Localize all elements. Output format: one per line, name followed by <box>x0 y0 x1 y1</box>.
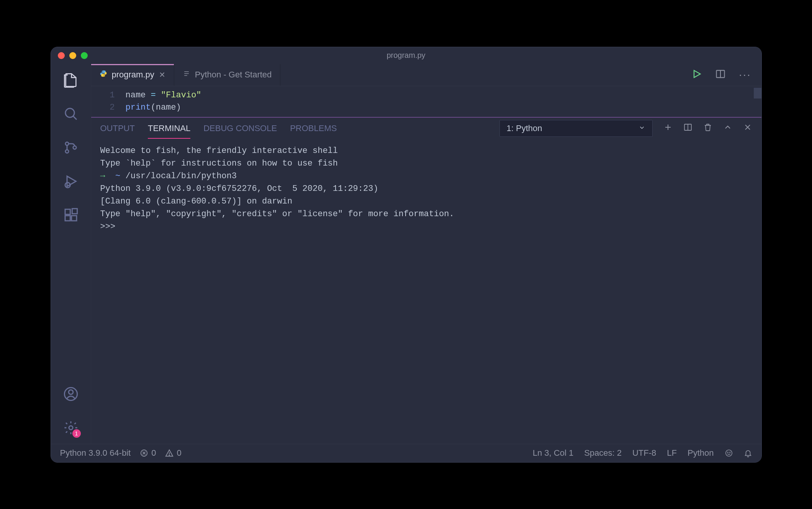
code-editor[interactable]: 1 2 name = "Flavio"print(name) <box>91 86 761 117</box>
svg-point-31 <box>730 452 730 452</box>
run-file-icon[interactable] <box>691 69 702 81</box>
line-number: 1 <box>91 89 115 102</box>
code-content: name = "Flavio"print(name) <box>126 89 761 114</box>
status-warnings[interactable]: 0 <box>165 448 181 458</box>
svg-point-0 <box>65 108 74 117</box>
run-debug-icon[interactable] <box>62 173 79 190</box>
svg-rect-8 <box>71 215 76 220</box>
minimize-window-button[interactable] <box>69 52 76 59</box>
more-actions-icon[interactable]: ··· <box>739 69 751 81</box>
chevron-down-icon <box>638 123 645 133</box>
status-errors[interactable]: 0 <box>140 448 156 458</box>
svg-rect-9 <box>72 209 77 213</box>
titlebar: program.py <box>51 47 761 64</box>
kill-terminal-icon[interactable] <box>703 123 712 134</box>
split-editor-icon[interactable] <box>715 69 726 81</box>
status-eol[interactable]: LF <box>667 448 677 458</box>
svg-point-12 <box>69 426 73 430</box>
extensions-icon[interactable] <box>62 207 79 223</box>
activity-bar: 1 <box>51 64 91 444</box>
accounts-icon[interactable] <box>62 386 79 402</box>
window-controls <box>58 52 88 59</box>
new-terminal-icon[interactable] <box>663 123 673 134</box>
svg-point-11 <box>69 390 73 394</box>
status-language[interactable]: Python <box>688 448 714 458</box>
panel-tabs: OUTPUT TERMINAL DEBUG CONSOLE PROBLEMS 1… <box>91 118 761 139</box>
notifications-icon[interactable] <box>744 449 752 457</box>
close-window-button[interactable] <box>58 52 65 59</box>
svg-point-2 <box>65 142 68 145</box>
tab-program-py[interactable]: program.py ✕ <box>91 64 174 86</box>
svg-point-28 <box>169 455 170 455</box>
search-icon[interactable] <box>62 105 79 122</box>
maximize-window-button[interactable] <box>81 52 88 59</box>
status-encoding[interactable]: UTF-8 <box>632 448 656 458</box>
tab-python-get-started[interactable]: Python - Get Started <box>174 64 281 86</box>
line-gutter: 1 2 <box>91 89 126 114</box>
feedback-icon[interactable] <box>725 449 733 457</box>
close-panel-icon[interactable] <box>743 123 752 134</box>
bottom-panel: OUTPUT TERMINAL DEBUG CONSOLE PROBLEMS 1… <box>91 117 761 444</box>
terminal-selector-label: 1: Python <box>507 123 542 133</box>
svg-point-30 <box>727 452 728 452</box>
list-icon <box>183 70 190 80</box>
editor-tabs: program.py ✕ Python - Get Started <box>91 64 761 86</box>
status-cursor[interactable]: Ln 3, Col 1 <box>533 448 573 458</box>
svg-point-3 <box>65 149 68 153</box>
vscode-window: program.py 1 <box>51 47 762 463</box>
maximize-panel-icon[interactable] <box>723 123 732 134</box>
svg-point-4 <box>73 146 76 149</box>
panel-tab-problems[interactable]: PROBLEMS <box>290 119 337 138</box>
python-file-icon <box>100 70 107 80</box>
svg-rect-6 <box>65 209 70 214</box>
panel-tab-debug-console[interactable]: DEBUG CONSOLE <box>203 119 277 138</box>
status-bar: Python 3.9.0 64-bit 0 0 Ln 3, Col 1 Spac… <box>51 444 761 462</box>
source-control-icon[interactable] <box>62 139 79 156</box>
tab-label: Python - Get Started <box>195 70 272 80</box>
editor-column: program.py ✕ Python - Get Started <box>91 64 761 444</box>
svg-rect-7 <box>65 215 70 220</box>
editor-actions: ··· <box>691 64 761 86</box>
window-title: program.py <box>386 51 425 60</box>
line-number: 2 <box>91 102 115 114</box>
minimap[interactable] <box>754 88 761 99</box>
split-terminal-icon[interactable] <box>683 123 692 134</box>
close-tab-icon[interactable]: ✕ <box>159 70 165 79</box>
settings-icon[interactable]: 1 <box>62 419 79 436</box>
status-spaces[interactable]: Spaces: 2 <box>584 448 622 458</box>
settings-badge: 1 <box>72 429 81 438</box>
terminal-output[interactable]: Welcome to fish, the friendly interactiv… <box>91 139 761 444</box>
svg-point-29 <box>725 450 732 456</box>
status-interpreter[interactable]: Python 3.9.0 64-bit <box>60 448 131 458</box>
svg-line-1 <box>73 116 76 119</box>
terminal-selector[interactable]: 1: Python <box>499 120 653 137</box>
explorer-icon[interactable] <box>62 72 79 89</box>
panel-tab-terminal[interactable]: TERMINAL <box>148 119 190 138</box>
tab-label: program.py <box>112 70 154 80</box>
panel-tab-output[interactable]: OUTPUT <box>100 119 135 138</box>
